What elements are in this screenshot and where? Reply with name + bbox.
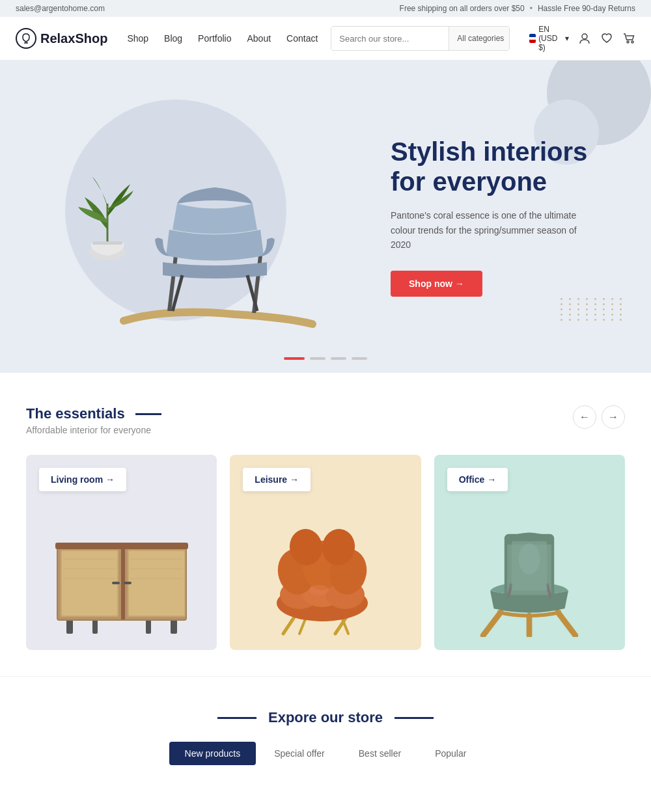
hero-description: Pantone's coral essence is one of the ul… xyxy=(391,208,586,252)
office-chair-svg xyxy=(451,474,607,637)
hero-image-area xyxy=(26,87,365,347)
logo[interactable]: RelaxShop xyxy=(16,28,107,49)
fluffy-chair-svg xyxy=(247,494,404,637)
svg-line-51 xyxy=(558,612,575,636)
dots-decoration xyxy=(561,298,625,321)
nav-blog[interactable]: Blog xyxy=(164,33,182,44)
carousel-nav: ← → xyxy=(573,405,625,429)
cart-icon-button[interactable] xyxy=(622,32,635,45)
nav-about[interactable]: About xyxy=(247,33,271,44)
svg-rect-25 xyxy=(112,582,120,584)
logo-icon xyxy=(16,28,36,49)
explore-heading: Expore our store xyxy=(268,709,383,726)
hero-headline: Stylish interiors for everyone xyxy=(391,137,612,196)
nav-contact[interactable]: Contact xyxy=(286,33,318,44)
tab-best-seller[interactable]: Best seller xyxy=(343,742,417,765)
dot-separator: • xyxy=(530,4,533,13)
logo-relax: Relax xyxy=(40,31,75,46)
svg-rect-26 xyxy=(124,582,132,584)
svg-point-48 xyxy=(309,585,329,595)
explore-tabs: New products Special offer Best seller P… xyxy=(26,742,625,765)
category-cards: Living room → xyxy=(26,455,625,650)
promo2-text: Hassle Free 90-day Returns xyxy=(538,4,635,13)
svg-point-6 xyxy=(631,41,633,43)
slide-indicators xyxy=(284,357,367,360)
cabinet-svg xyxy=(44,507,200,637)
lang-text: EN (USD $) xyxy=(538,25,562,52)
svg-rect-22 xyxy=(62,551,117,616)
svg-rect-24 xyxy=(129,551,184,616)
nav-portfolio[interactable]: Portfolio xyxy=(198,33,231,44)
title-line-left xyxy=(217,717,256,719)
tab-special-offer[interactable]: Special offer xyxy=(258,742,340,765)
indicator-1[interactable] xyxy=(284,357,305,360)
hero-content: Stylish interiors for everyone Pantone's… xyxy=(365,137,612,296)
svg-point-57 xyxy=(519,543,540,575)
section-subtitle: Affordable interior for everyone xyxy=(26,425,161,435)
living-room-button[interactable]: Living room → xyxy=(39,468,126,491)
prev-arrow-button[interactable]: ← xyxy=(573,405,596,429)
indicator-3[interactable] xyxy=(331,357,346,360)
chair-image xyxy=(65,100,312,347)
dots-grid xyxy=(561,298,625,321)
leisure-button[interactable]: Leisure → xyxy=(243,468,311,491)
category-select[interactable]: All categories xyxy=(449,27,509,50)
svg-point-4 xyxy=(582,34,587,39)
email-text: sales@argentohome.com xyxy=(16,4,105,13)
indicator-4[interactable] xyxy=(352,357,367,360)
indicator-2[interactable] xyxy=(310,357,326,360)
category-card-living: Living room → xyxy=(26,455,217,650)
category-card-leisure: Leisure → xyxy=(230,455,421,650)
main-nav: Shop Blog Portfolio About Contact xyxy=(127,33,318,44)
header-icons: EN (USD $) ▾ xyxy=(529,25,635,52)
office-button[interactable]: Office → xyxy=(447,468,508,491)
svg-line-49 xyxy=(483,612,501,636)
promo-area: Free shipping on all orders over $50 • H… xyxy=(400,4,635,13)
plant-svg xyxy=(72,145,143,262)
flag-icon xyxy=(529,34,536,43)
lang-selector[interactable]: EN (USD $) ▾ xyxy=(529,25,569,52)
explore-title: Expore our store xyxy=(26,709,625,726)
essentials-section: The essentials Affordable interior for e… xyxy=(0,373,651,676)
title-line-right xyxy=(395,717,434,719)
nav-shop[interactable]: Shop xyxy=(127,33,148,44)
next-arrow-button[interactable]: → xyxy=(602,405,625,429)
section-title: The essentials xyxy=(26,405,161,422)
search-bar: All categories xyxy=(331,26,509,51)
explore-section: Expore our store New products Special of… xyxy=(0,676,651,791)
chevron-down-icon: ▾ xyxy=(565,34,569,43)
hero-section: Stylish interiors for everyone Pantone's… xyxy=(0,61,651,373)
top-bar: sales@argentohome.com Free shipping on a… xyxy=(0,0,651,17)
category-card-office: Office → xyxy=(434,455,625,650)
section-title-area: The essentials Affordable interior for e… xyxy=(26,405,161,435)
section-header: The essentials Affordable interior for e… xyxy=(26,405,625,435)
svg-rect-8 xyxy=(92,241,122,245)
logo-shop: Shop xyxy=(75,31,107,46)
promo1-text: Free shipping on all orders over $50 xyxy=(400,4,525,13)
tab-new-products[interactable]: New products xyxy=(169,742,256,765)
search-input[interactable] xyxy=(331,27,449,50)
wishlist-icon-button[interactable] xyxy=(600,32,613,45)
user-icon-button[interactable] xyxy=(578,32,591,45)
svg-rect-27 xyxy=(55,543,188,549)
svg-point-5 xyxy=(627,41,629,43)
tab-popular[interactable]: Popular xyxy=(419,742,482,765)
site-header: RelaxShop Shop Blog Portfolio About Cont… xyxy=(0,17,651,61)
shop-now-button[interactable]: Shop now → xyxy=(391,271,482,297)
